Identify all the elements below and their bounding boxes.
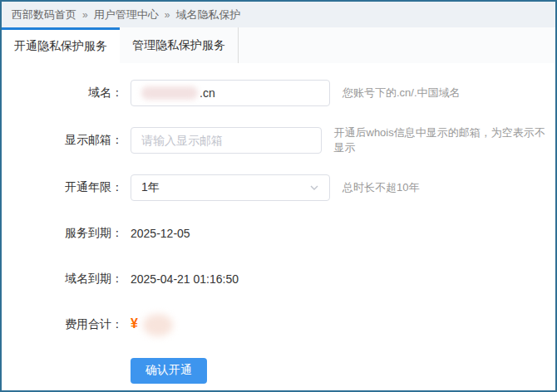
redacted-fee-value [143, 314, 173, 336]
privacy-protection-form: 域名： .cn 您账号下的.cn/.中国域名 显示邮箱： 开通后whois信息中… [2, 63, 555, 384]
display-email-input[interactable] [131, 127, 322, 154]
total-fee-value: ¥ [131, 314, 173, 336]
submit-row: 确认开通 [2, 357, 555, 384]
domain-expiry-value: 2025-04-21 01:16:50 [131, 272, 239, 286]
breadcrumb: 西部数码首页 » 用户管理中心 » 域名隐私保护 [2, 2, 555, 27]
domain-suffix: .cn [200, 86, 215, 100]
tab-manage-privacy-service[interactable]: 管理隐私保护服务 [120, 27, 239, 63]
domain-label: 域名： [2, 86, 123, 100]
domain-expiry-label: 域名到期： [2, 272, 123, 287]
currency-symbol: ¥ [131, 316, 138, 331]
service-expiry-label: 服务到期： [2, 226, 123, 241]
display-email-hint: 开通后whois信息中显示的邮箱，为空表示不显示 [334, 125, 556, 155]
page-container: 西部数码首页 » 用户管理中心 » 域名隐私保护 开通隐私保护服务 管理隐私保护… [0, 0, 557, 392]
years-hint: 总时长不超10年 [343, 180, 419, 195]
years-selected-value: 1年 [141, 180, 160, 195]
breadcrumb-home-link[interactable]: 西部数码首页 [12, 7, 76, 22]
years-select[interactable]: 1年 [131, 174, 330, 201]
breadcrumb-separator: » [165, 9, 170, 21]
total-fee-label: 费用合计： [2, 317, 123, 332]
redacted-domain-value [141, 86, 198, 100]
domain-input[interactable]: .cn [131, 80, 330, 106]
service-expiry-row: 服务到期： 2025-12-05 [2, 220, 555, 247]
chevron-down-icon [309, 183, 319, 193]
domain-hint: 您账号下的.cn/.中国域名 [343, 86, 461, 100]
tab-enable-privacy-service[interactable]: 开通隐私保护服务 [2, 27, 120, 63]
service-expiry-value: 2025-12-05 [131, 227, 190, 240]
total-fee-row: 费用合计： ¥ [2, 311, 555, 338]
breadcrumb-user-center-link[interactable]: 用户管理中心 [94, 7, 159, 22]
domain-expiry-row: 域名到期： 2025-04-21 01:16:50 [2, 266, 555, 292]
display-email-row: 显示邮箱： 开通后whois信息中显示的邮箱，为空表示不显示 [2, 125, 555, 155]
domain-row: 域名： .cn 您账号下的.cn/.中国域名 [2, 80, 555, 106]
tab-bar: 开通隐私保护服务 管理隐私保护服务 [2, 27, 555, 63]
tab-label: 开通隐私保护服务 [14, 39, 107, 54]
years-label: 开通年限： [2, 180, 123, 195]
breadcrumb-current-page: 域名隐私保护 [175, 7, 240, 22]
display-email-label: 显示邮箱： [2, 133, 123, 148]
tab-label: 管理隐私保护服务 [132, 38, 225, 53]
breadcrumb-separator: » [82, 9, 88, 21]
years-row: 开通年限： 1年 总时长不超10年 [2, 174, 555, 201]
confirm-enable-button[interactable]: 确认开通 [131, 358, 207, 384]
